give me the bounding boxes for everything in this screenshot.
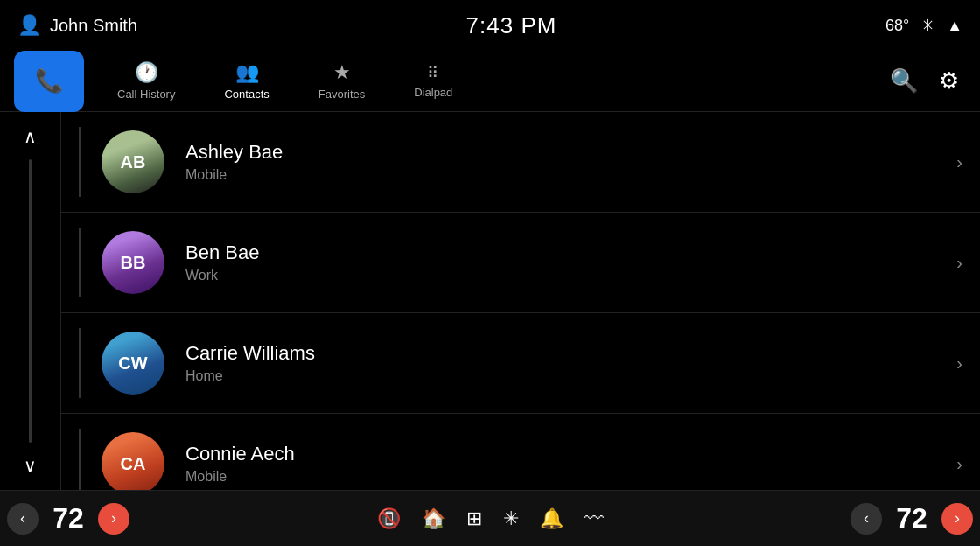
- divider: [79, 429, 80, 490]
- avatar-carrie: CW: [102, 332, 164, 395]
- right-temp-increase-button[interactable]: ›: [942, 503, 973, 535]
- main-content: ∧ ∨ AB Ashley Bae Mobile › BB Ben Bae Wo…: [0, 112, 980, 490]
- chevron-right-icon: ›: [956, 152, 962, 172]
- settings-button[interactable]: ⚙: [939, 67, 959, 94]
- tab-favorites-label: Favorites: [318, 88, 365, 101]
- divider: [79, 328, 80, 398]
- divider: [79, 228, 80, 298]
- status-bar-left: 👤 John Smith: [18, 14, 137, 37]
- contact-info-ashley: Ashley Bae Mobile: [186, 141, 939, 183]
- contact-info-connie: Connie Aech Mobile: [186, 443, 939, 485]
- user-name: John Smith: [50, 16, 137, 36]
- grid-icon[interactable]: ⊞: [466, 508, 482, 530]
- clock: 7:43 PM: [466, 12, 557, 39]
- search-button[interactable]: 🔍: [890, 67, 918, 94]
- contact-type-connie: Mobile: [186, 469, 939, 485]
- divider: [79, 127, 80, 197]
- tab-call-history[interactable]: 🕐 Call History: [93, 51, 200, 112]
- tab-dialpad[interactable]: ⠿ Dialpad: [389, 51, 477, 112]
- fan-icon[interactable]: ✳: [503, 508, 519, 530]
- avatar-initials: CW: [118, 354, 147, 374]
- contact-row-connie[interactable]: CA Connie Aech Mobile ›: [61, 414, 980, 490]
- phone-tab[interactable]: 📞: [14, 51, 84, 112]
- dialpad-icon: ⠿: [427, 63, 440, 82]
- header-actions: 🔍 ⚙: [890, 67, 980, 94]
- contacts-list: AB Ashley Bae Mobile › BB Ben Bae Work ›…: [61, 112, 980, 490]
- right-temp-value: 72: [886, 502, 938, 535]
- home-icon[interactable]: 🏠: [422, 508, 445, 530]
- contact-info-ben: Ben Bae Work: [186, 242, 939, 284]
- bottom-bar: ‹ 72 › 📵 🏠 ⊞ ✳ 🔔 〰 ‹ 72 ›: [0, 490, 980, 546]
- left-temp-increase-button[interactable]: ›: [98, 503, 130, 535]
- scroll-up-button[interactable]: ∧: [15, 121, 46, 152]
- tab-dialpad-label: Dialpad: [414, 86, 452, 99]
- contact-row-ben[interactable]: BB Ben Bae Work ›: [61, 213, 980, 313]
- status-bar: 👤 John Smith 7:43 PM 68° ✳ ▲: [0, 0, 980, 51]
- tab-call-history-label: Call History: [117, 88, 175, 101]
- tabs-bar: 📞 🕐 Call History 👥 Contacts ★ Favorites …: [0, 51, 980, 112]
- avatar-ben: BB: [102, 231, 164, 294]
- chevron-right-icon: ›: [956, 354, 962, 374]
- bell-icon[interactable]: 🔔: [540, 508, 564, 530]
- avatar-initials: CA: [121, 454, 146, 474]
- scroll-down-button[interactable]: ∨: [15, 450, 46, 481]
- contacts-icon: 👥: [235, 61, 259, 84]
- bluetooth-icon: ✳: [921, 16, 934, 35]
- left-temp-decrease-button[interactable]: ‹: [7, 503, 38, 535]
- history-icon: 🕐: [135, 61, 158, 84]
- contact-name-carrie: Carrie Williams: [186, 342, 939, 365]
- contact-type-carrie: Home: [186, 368, 939, 384]
- left-temp-value: 72: [42, 502, 94, 535]
- avatar-initials: BB: [121, 253, 146, 273]
- contact-row-ashley[interactable]: AB Ashley Bae Mobile ›: [61, 112, 980, 213]
- left-temp-control: ‹ 72 ›: [7, 502, 130, 535]
- avatar-connie: CA: [102, 432, 164, 490]
- tab-contacts[interactable]: 👥 Contacts: [200, 51, 293, 112]
- contact-type-ben: Work: [186, 268, 939, 284]
- contact-info-carrie: Carrie Williams Home: [186, 342, 939, 384]
- contact-name-connie: Connie Aech: [186, 443, 939, 466]
- phone-icon: 📞: [35, 67, 63, 94]
- right-temp-decrease-button[interactable]: ‹: [850, 503, 882, 535]
- rear-defrost-icon[interactable]: 〰: [584, 508, 604, 530]
- star-icon: ★: [333, 61, 351, 84]
- phone-mute-icon[interactable]: 📵: [377, 508, 401, 530]
- avatar-initials: AB: [121, 152, 146, 172]
- signal-icon: ▲: [947, 17, 962, 35]
- status-bar-right: 68° ✳ ▲: [886, 16, 962, 35]
- right-temp-control: ‹ 72 ›: [850, 502, 973, 535]
- temperature-display: 68°: [886, 17, 909, 35]
- scroll-controls: ∧ ∨: [0, 112, 61, 490]
- avatar-ashley: AB: [102, 130, 164, 193]
- contact-name-ben: Ben Bae: [186, 242, 939, 264]
- taskbar-icons: 📵 🏠 ⊞ ✳ 🔔 〰: [377, 508, 604, 530]
- contact-type-ashley: Mobile: [186, 167, 939, 183]
- contact-name-ashley: Ashley Bae: [186, 141, 939, 164]
- chevron-right-icon: ›: [956, 253, 962, 273]
- person-icon: 👤: [18, 14, 41, 37]
- chevron-right-icon: ›: [956, 454, 962, 474]
- contact-row-carrie[interactable]: CW Carrie Williams Home ›: [61, 313, 980, 414]
- scroll-track: [29, 159, 32, 443]
- tab-favorites[interactable]: ★ Favorites: [294, 51, 389, 112]
- tab-contacts-label: Contacts: [224, 88, 269, 101]
